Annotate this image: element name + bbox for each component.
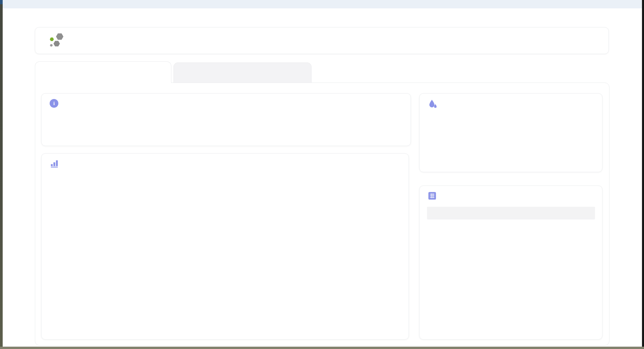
file-info-header: i: [50, 99, 62, 108]
table-grid-icon: [428, 191, 437, 200]
viscosity-shear-rate-chart: [42, 154, 409, 340]
desktop-edge-bottom: [0, 347, 644, 349]
shear-viscosity-header: [428, 191, 441, 200]
tab-result[interactable]: [35, 61, 171, 83]
bar-chart-icon: [50, 159, 59, 168]
desktop-edge-left: [0, 0, 3, 349]
app-header: [35, 27, 609, 54]
file-info-card: i: [41, 93, 411, 146]
blood-viscosity-card: [419, 93, 602, 172]
app-window: i: [3, 8, 642, 347]
window-titlebar: [3, 0, 642, 8]
result-tab-panel: i: [35, 83, 609, 346]
graph-header: [50, 159, 63, 168]
close-icon[interactable]: [629, 0, 637, 8]
ubiosis-logo: [49, 32, 68, 49]
shear-viscosity-table: [427, 207, 595, 220]
info-icon: i: [50, 99, 58, 108]
tab-raw-data[interactable]: [173, 62, 312, 83]
ubiosis-logo-mark-icon: [49, 32, 66, 49]
viscosity-graph-card: [41, 153, 409, 340]
desktop-edge-right: [642, 0, 644, 349]
shear-viscosity-card: [419, 186, 602, 340]
shear-table-header-row: [427, 207, 595, 219]
blood-viscosity-header: [428, 99, 442, 108]
droplets-icon: [428, 99, 438, 108]
